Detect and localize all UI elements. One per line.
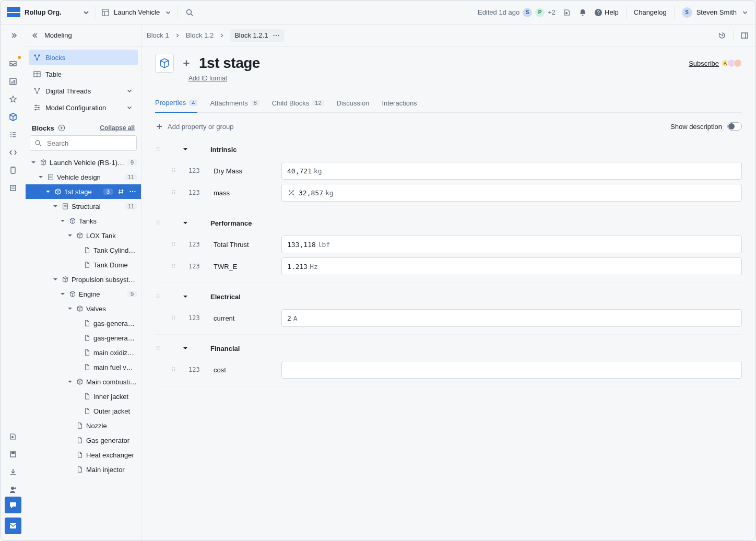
rail-dashboard[interactable] [4, 73, 22, 90]
property-value-input[interactable]: 133,118 lbf [281, 236, 742, 253]
tree-toggle-icon[interactable] [44, 188, 52, 195]
crumb-current[interactable]: Block 1.2.1 [230, 29, 285, 42]
tree-row[interactable]: Tanks [26, 214, 141, 228]
drag-handle-icon[interactable] [171, 263, 178, 270]
rail-settings[interactable] [4, 428, 22, 445]
tab-attachments[interactable]: Attachments 8 [210, 93, 259, 112]
drag-handle-icon[interactable] [155, 146, 162, 153]
tree-row[interactable]: Heat exchanger [26, 448, 141, 462]
tab-properties[interactable]: Properties 4 [155, 93, 197, 113]
sidepanel-item-threads[interactable]: Digital Threads [29, 83, 138, 99]
subscribe-link[interactable]: Subscribe [689, 60, 719, 67]
tree-row[interactable]: Gas generator [26, 433, 141, 448]
tree-row[interactable]: Tank Dome [26, 257, 141, 272]
tree-toggle-icon[interactable] [52, 276, 59, 283]
rail-save[interactable] [4, 445, 22, 463]
group-toggle-icon[interactable] [181, 219, 190, 227]
tree-toggle-icon[interactable] [30, 159, 37, 166]
crumb[interactable]: Block 1 [147, 31, 169, 39]
rail-inbox[interactable] [4, 55, 22, 73]
rail-expand[interactable] [4, 27, 22, 44]
tab-child-blocks[interactable]: Child Blocks 12 [272, 93, 324, 112]
tree-row[interactable]: gas-genera… [26, 316, 141, 331]
tree-toggle-icon[interactable] [66, 305, 74, 312]
tree-toggle-icon[interactable] [52, 203, 59, 210]
rail-modeling[interactable] [4, 108, 22, 126]
add-property-button[interactable]: Add property or group [155, 122, 233, 131]
sidepanel-item-config[interactable]: Model Configuration [29, 100, 138, 115]
rail-mail[interactable] [5, 518, 21, 534]
org-switcher[interactable]: Rollup Org. [7, 7, 90, 18]
crumb[interactable]: Block 1.2 [186, 31, 214, 39]
drag-handle-icon[interactable] [171, 366, 178, 373]
tree-toggle-icon[interactable] [59, 290, 66, 298]
changelog-link[interactable]: Changelog [634, 8, 667, 16]
rail-download[interactable] [4, 463, 22, 481]
tree-toggle-icon[interactable] [37, 173, 44, 181]
drag-handle-icon[interactable] [171, 314, 178, 322]
block-icon[interactable] [155, 54, 174, 73]
history-button[interactable] [716, 30, 728, 41]
tree-toggle-icon[interactable] [66, 232, 74, 239]
tree-row[interactable]: Valves [26, 301, 141, 316]
tree-row[interactable]: Structural11 [26, 199, 141, 214]
rail-code[interactable] [4, 144, 22, 161]
property-value-input[interactable]: 32,857 kg [281, 184, 742, 202]
tree-row[interactable]: LOX Tank [26, 228, 141, 243]
group-toggle-icon[interactable] [181, 145, 190, 154]
tree-row[interactable]: Nozzle [26, 418, 141, 433]
tree-toggle-icon[interactable] [59, 217, 66, 225]
rail-page[interactable] [4, 179, 22, 197]
tree-row[interactable]: main oxidiz… [26, 345, 141, 360]
hash-icon[interactable] [117, 187, 125, 196]
tree-row[interactable]: Inner jacket [26, 389, 141, 404]
drag-handle-icon[interactable] [155, 293, 162, 300]
tree-row[interactable]: Engine9 [26, 287, 141, 301]
sidepanel-item-blocks[interactable]: Blocks [29, 50, 138, 65]
search-input[interactable] [46, 139, 136, 148]
drag-handle-icon[interactable] [171, 167, 178, 174]
search-button[interactable] [183, 8, 196, 17]
tree-row[interactable]: Propulsion subsyst… [26, 272, 141, 287]
block-search[interactable] [30, 135, 137, 151]
add-id-format[interactable]: Add ID format [188, 75, 227, 82]
notifications-icon[interactable] [578, 8, 587, 17]
rail-list[interactable] [4, 126, 22, 144]
property-value-input[interactable]: 1.213 Hz [281, 257, 742, 275]
add-block-icon[interactable] [57, 124, 66, 132]
panel-button[interactable] [739, 30, 750, 41]
drag-handle-icon[interactable] [155, 219, 162, 227]
property-value-input[interactable]: 40,721 kg [281, 162, 742, 180]
sidepanel-item-table[interactable]: Table [29, 66, 138, 82]
rail-comment[interactable] [5, 497, 21, 513]
collapse-all-link[interactable]: Collapse all [100, 124, 135, 132]
show-description-toggle[interactable] [727, 122, 742, 131]
more-icon[interactable] [272, 31, 280, 40]
property-value-input[interactable] [281, 361, 742, 379]
tree-row[interactable]: Vehicle design11 [26, 170, 141, 184]
add-sibling-icon[interactable] [181, 58, 192, 68]
tree-toggle-icon[interactable] [66, 378, 74, 385]
project-switcher[interactable]: Launch Vehicle [101, 8, 172, 17]
collapse-sidepanel-icon[interactable] [32, 31, 40, 40]
group-toggle-icon[interactable] [181, 292, 190, 301]
tree-row[interactable]: Launch Vehicle (RS-1)…9 [26, 155, 141, 170]
tree-row[interactable]: Tank Cylind… [26, 243, 141, 257]
user-menu[interactable]: S Steven Smith [682, 7, 749, 18]
drag-handle-icon[interactable] [171, 189, 178, 196]
rail-clipboard[interactable] [4, 161, 22, 179]
tree-row[interactable]: Main combusti… [26, 374, 141, 389]
help-link[interactable]: ? Help [594, 8, 619, 17]
tree-row[interactable]: main fuel v… [26, 360, 141, 374]
tree-row[interactable]: 1st stage3 [26, 184, 141, 199]
branch-icon[interactable] [563, 8, 571, 17]
rail-favorites[interactable] [4, 90, 22, 108]
rail-add-user[interactable] [4, 481, 22, 499]
row-more-icon[interactable] [128, 187, 137, 196]
tab-discussion[interactable]: Discussion [337, 93, 370, 112]
property-value-input[interactable]: 2 A [281, 309, 742, 327]
tree-row[interactable]: Main injector [26, 462, 141, 477]
drag-handle-icon[interactable] [155, 345, 162, 352]
drag-handle-icon[interactable] [171, 241, 178, 248]
tab-interactions[interactable]: Interactions [382, 93, 417, 112]
